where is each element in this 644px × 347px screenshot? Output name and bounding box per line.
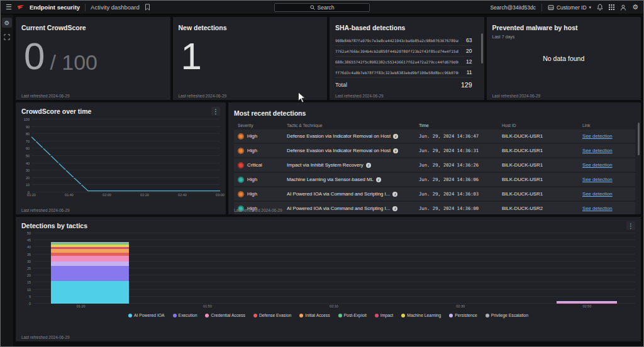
last-refreshed: Last refreshed 2024-06-29 — [179, 94, 227, 98]
host-cell: BILK-DUCK-USR1 — [502, 148, 582, 153]
dashboard: Current CrowdScore 0 / 100 Last refreshe… — [13, 14, 643, 346]
rail-settings-gear-icon[interactable]: ⚙ — [2, 18, 12, 28]
tactic-cell: Defense Evasion via Indicator Removal on… — [287, 133, 419, 139]
info-icon[interactable]: i — [376, 177, 381, 182]
legend-item-impact[interactable]: Impact — [375, 313, 393, 317]
legend-item-privilege-escalation[interactable]: Privilege Escalation — [486, 313, 528, 317]
topbar-right: Search@34iId53dc Customer ID ▾ ⚙ — [490, 4, 638, 11]
crowdscore-value: 0 / 100 — [24, 38, 165, 75]
legend-dot — [173, 314, 177, 317]
y-tick-label: 80 — [26, 132, 30, 136]
apps-grid-icon[interactable] — [609, 4, 614, 10]
customer-id-selector[interactable]: Customer ID ▾ — [548, 4, 591, 11]
card-title: CrowdScore over time — [21, 107, 91, 115]
bar-chart-plot — [33, 233, 635, 304]
info-icon[interactable]: i — [392, 192, 397, 197]
global-search-input[interactable]: Search — [274, 3, 370, 12]
crowdscore-line-chart: 0102030405060708090100 — [21, 119, 220, 192]
see-detection-link[interactable]: See detection — [582, 162, 613, 168]
card-detections-by-tactics: Detections by tactics ⋮ 0510152025303540… — [16, 217, 641, 341]
x-tick-label: 01:20 — [27, 193, 36, 197]
y-tick-label: 30 — [27, 260, 31, 263]
card-menu-icon[interactable]: ⋮ — [211, 107, 220, 116]
legend-dot — [253, 314, 257, 317]
info-icon[interactable]: i — [366, 163, 371, 168]
new-detections-value: 1 — [181, 38, 322, 75]
see-detection-link[interactable]: See detection — [582, 148, 613, 153]
see-detection-link[interactable]: See detection — [582, 177, 613, 182]
host-cell: BILK-DUCK-USR1 — [502, 191, 582, 197]
y-tick-label: 45 — [27, 238, 31, 242]
x-tick-label: 02:00 — [103, 193, 111, 197]
time-cell: Jun. 29, 2024 14:36:03 — [419, 191, 502, 197]
scrollbar[interactable] — [638, 123, 640, 155]
x-axis-labels: 01:2001:4002:0002:2002:4003:00 — [31, 192, 220, 198]
detection-row: HighDefense Evasion via Indicator Remova… — [234, 144, 635, 157]
severity-cell: High — [238, 177, 287, 183]
legend-dot — [449, 314, 453, 317]
legend-item-persistence[interactable]: Persistence — [449, 313, 477, 317]
legend-dot — [205, 314, 209, 317]
bar-segment-initial-access — [51, 249, 130, 253]
tactic-cell: AI Powered IOA via Command and Scripting… — [287, 191, 419, 197]
tactic-cell: Machine Learning via Sensor-based MLi — [287, 177, 419, 182]
detections-table: HighDefense Evasion via Indicator Remova… — [234, 129, 635, 214]
last-refreshed: Last refreshed 2024-06-29 — [21, 94, 70, 98]
see-detection-link[interactable]: See detection — [582, 206, 613, 211]
user-profile-icon[interactable] — [620, 4, 626, 11]
search-icon — [310, 5, 315, 10]
last-refreshed: Last refreshed 2024-06-29 — [21, 335, 70, 339]
falcon-logo-icon[interactable] — [17, 4, 25, 11]
col-severity: Severity — [238, 123, 287, 128]
see-detection-link[interactable]: See detection — [582, 133, 613, 139]
table-header: Severity Tactic & Technique Time Host ID… — [234, 121, 635, 129]
y-tick-label: 15 — [27, 280, 31, 284]
see-detection-link[interactable]: See detection — [582, 191, 613, 197]
card-title: Detections by tactics — [21, 222, 87, 229]
gridline — [31, 177, 220, 178]
card-title: Prevented malware by host — [492, 24, 578, 31]
legend-item-initial-access[interactable]: Initial Access — [299, 313, 330, 317]
scrollbar[interactable] — [481, 33, 483, 63]
severity-icon — [238, 148, 244, 154]
x-tick-label: 03:00 — [216, 193, 225, 197]
host-cell: BILK-DUCK-USR1 — [502, 177, 582, 182]
y-tick-label: 50 — [27, 231, 31, 235]
severity-icon — [238, 191, 244, 197]
last-refreshed: Last refreshed 2024-06-29 — [492, 94, 541, 98]
notifications-bell-icon[interactable] — [597, 4, 603, 11]
info-icon[interactable]: i — [392, 206, 397, 211]
stacked-bar-01:20[interactable] — [51, 233, 130, 304]
menu-icon[interactable]: ☰ — [6, 4, 12, 11]
bar-segment-ai-powered-ioa — [51, 281, 130, 304]
legend-item-ai-powered-ioa[interactable]: AI Powered IOA — [128, 313, 165, 317]
sha-row: 908b84b787fa979c7e3e8ce4421943cba6b85a2c… — [335, 35, 472, 46]
gridline — [31, 148, 220, 148]
card-subtitle: Last 7 days — [492, 35, 636, 39]
line-chart-plot — [31, 119, 220, 192]
breadcrumb-activity-dashboard[interactable]: Activity dashboard — [91, 4, 140, 11]
chevron-down-icon: ▾ — [589, 5, 592, 10]
y-tick-label: 10 — [26, 183, 30, 187]
bookmark-icon[interactable] — [145, 4, 150, 11]
x-tick-label: 01:20 — [77, 304, 86, 308]
legend-item-defense-evasion[interactable]: Defense Evasion — [253, 313, 291, 317]
sha-row: 688c38655742f5c8982382c553436617f62a472a… — [335, 57, 472, 67]
legend-item-execution[interactable]: Execution — [173, 313, 197, 317]
settings-gear-icon[interactable]: ⚙ — [632, 4, 638, 11]
severity-cell: Critical — [238, 162, 287, 168]
info-icon[interactable]: i — [393, 134, 398, 139]
gridline — [31, 155, 220, 156]
sha-hash: 7762a4766bc394b4cb2d858f44b20780ff23b2f4… — [335, 49, 458, 53]
y-tick-label: 100 — [24, 118, 30, 121]
search-account-label[interactable]: Search@34iId53dc — [490, 4, 535, 11]
legend-item-post-exploit[interactable]: Post-Exploit — [338, 313, 367, 317]
card-current-crowdscore: Current CrowdScore 0 / 100 Last refreshe… — [16, 17, 170, 100]
legend-item-credential-access[interactable]: Credential Access — [205, 313, 245, 317]
stacked-bar-02:50[interactable] — [557, 233, 617, 304]
legend-item-machine-learning[interactable]: Machine Learning — [401, 313, 441, 317]
card-menu-icon[interactable]: ⋮ — [626, 221, 635, 230]
rail-expand-icon[interactable] — [2, 32, 12, 42]
info-icon[interactable]: i — [393, 148, 398, 153]
y-tick-label: 25 — [27, 267, 31, 270]
